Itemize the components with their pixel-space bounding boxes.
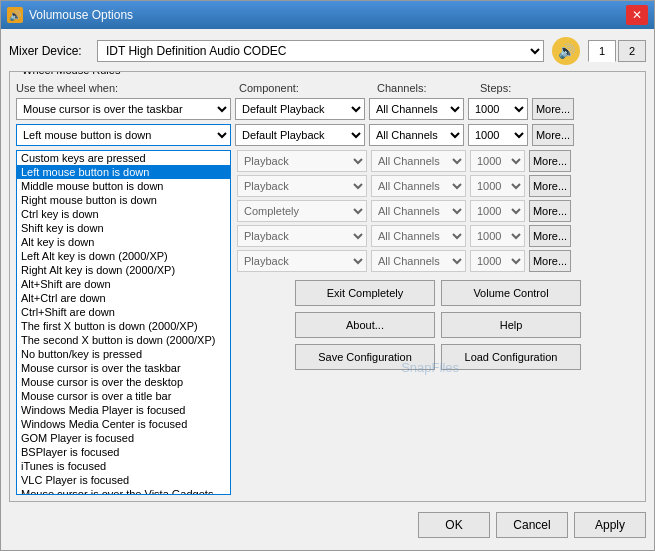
when-select-1[interactable]: Mouse cursor is over the taskbar xyxy=(16,98,231,120)
content-area: Mixer Device: IDT High Definition Audio … xyxy=(1,29,654,550)
dropdown-item-1[interactable]: Left mouse button is down xyxy=(17,165,230,179)
dropdown-item-18[interactable]: Windows Media Player is focused xyxy=(17,403,230,417)
tab-1-button[interactable]: 1 xyxy=(588,40,616,62)
rule-row-1: Mouse cursor is over the taskbar Default… xyxy=(16,98,639,120)
dropdown-item-16[interactable]: Mouse cursor is over the desktop xyxy=(17,375,230,389)
right-component-1[interactable]: Playback xyxy=(237,175,367,197)
dropdown-item-15[interactable]: Mouse cursor is over the taskbar xyxy=(17,361,230,375)
dropdown-item-24[interactable]: Mouse cursor is over the Vista Gadgets xyxy=(17,487,230,495)
dropdown-item-12[interactable]: The first X button is down (2000/XP) xyxy=(17,319,230,333)
app-icon: 🔊 xyxy=(7,7,23,23)
steps-select-2[interactable]: 1000 xyxy=(468,124,528,146)
dropdown-item-6[interactable]: Alt key is down xyxy=(17,235,230,249)
right-rule-row-3: Playback All Channels 1000 More... xyxy=(237,225,639,247)
dropdown-item-10[interactable]: Alt+Ctrl are down xyxy=(17,291,230,305)
right-channels-4[interactable]: All Channels xyxy=(371,250,466,272)
action-buttons: Exit Completely Volume Control About... … xyxy=(237,280,639,370)
channels-header: Channels: xyxy=(377,82,472,94)
dropdown-item-17[interactable]: Mouse cursor is over a title bar xyxy=(17,389,230,403)
right-steps-0[interactable]: 1000 xyxy=(470,150,525,172)
right-steps-3[interactable]: 1000 xyxy=(470,225,525,247)
right-more-2[interactable]: More... xyxy=(529,200,571,222)
about-button[interactable]: About... xyxy=(295,312,435,338)
tab-2-button[interactable]: 2 xyxy=(618,40,646,62)
right-more-4[interactable]: More... xyxy=(529,250,571,272)
title-bar-left: 🔊 Volumouse Options xyxy=(7,7,133,23)
right-component-2[interactable]: Completely xyxy=(237,200,367,222)
cancel-button[interactable]: Cancel xyxy=(496,512,568,538)
dropdown-item-4[interactable]: Ctrl key is down xyxy=(17,207,230,221)
dropdown-item-3[interactable]: Right mouse button is down xyxy=(17,193,230,207)
component-select-2[interactable]: Default Playback xyxy=(235,124,365,146)
load-config-button[interactable]: Load Configuration xyxy=(441,344,581,370)
dropdown-item-8[interactable]: Right Alt key is down (2000/XP) xyxy=(17,263,230,277)
dropdown-item-19[interactable]: Windows Media Center is focused xyxy=(17,417,230,431)
right-panel: Playback All Channels 1000 More... Playb… xyxy=(237,150,639,495)
steps-select-1[interactable]: 1000 xyxy=(468,98,528,120)
dropdown-item-23[interactable]: VLC Player is focused xyxy=(17,473,230,487)
component-header: Component: xyxy=(239,82,369,94)
when-dropdown-list[interactable]: Custom keys are pressedLeft mouse button… xyxy=(16,150,231,495)
bottom-buttons: OK Cancel Apply xyxy=(9,508,646,542)
wheel-rules-group: Wheel Mouse Rules Use the wheel when: Co… xyxy=(9,71,646,502)
dropdown-item-20[interactable]: GOM Player is focused xyxy=(17,431,230,445)
help-button[interactable]: Help xyxy=(441,312,581,338)
right-rule-row-1: Playback All Channels 1000 More... xyxy=(237,175,639,197)
right-steps-4[interactable]: 1000 xyxy=(470,250,525,272)
dropdown-item-11[interactable]: Ctrl+Shift are down xyxy=(17,305,230,319)
mixer-label: Mixer Device: xyxy=(9,44,89,58)
close-button[interactable]: ✕ xyxy=(626,5,648,25)
right-rule-row-2: Completely All Channels 1000 More... xyxy=(237,200,639,222)
steps-header: Steps: xyxy=(480,82,540,94)
right-component-4[interactable]: Playback xyxy=(237,250,367,272)
save-config-button[interactable]: Save Configuration xyxy=(295,344,435,370)
dropdown-item-14[interactable]: No button/key is pressed xyxy=(17,347,230,361)
right-steps-2[interactable]: 1000 xyxy=(470,200,525,222)
dropdown-item-13[interactable]: The second X button is down (2000/XP) xyxy=(17,333,230,347)
right-component-3[interactable]: Playback xyxy=(237,225,367,247)
dropdown-item-22[interactable]: iTunes is focused xyxy=(17,459,230,473)
right-more-1[interactable]: More... xyxy=(529,175,571,197)
dropdown-item-21[interactable]: BSPlayer is focused xyxy=(17,445,230,459)
window-title: Volumouse Options xyxy=(29,8,133,22)
wheel-rules-label: Wheel Mouse Rules xyxy=(18,71,124,76)
main-window: 🔊 Volumouse Options ✕ Mixer Device: IDT … xyxy=(0,0,655,551)
when-select-2[interactable]: Left mouse button is down xyxy=(16,124,231,146)
component-select-1[interactable]: Default Playback xyxy=(235,98,365,120)
dropdown-item-0[interactable]: Custom keys are pressed xyxy=(17,151,230,165)
apply-button[interactable]: Apply xyxy=(574,512,646,538)
channels-select-1[interactable]: All Channels xyxy=(369,98,464,120)
right-rows: Playback All Channels 1000 More... Playb… xyxy=(237,150,639,272)
title-bar: 🔊 Volumouse Options ✕ xyxy=(1,1,654,29)
right-channels-3[interactable]: All Channels xyxy=(371,225,466,247)
inner-content: Custom keys are pressedLeft mouse button… xyxy=(16,150,639,495)
right-steps-1[interactable]: 1000 xyxy=(470,175,525,197)
dropdown-item-5[interactable]: Shift key is down xyxy=(17,221,230,235)
tab-buttons: 1 2 xyxy=(588,40,646,62)
column-headers: Use the wheel when: Component: Channels:… xyxy=(16,82,639,94)
dropdown-item-9[interactable]: Alt+Shift are down xyxy=(17,277,230,291)
right-channels-2[interactable]: All Channels xyxy=(371,200,466,222)
mixer-icon: 🔊 xyxy=(552,37,580,65)
right-channels-1[interactable]: All Channels xyxy=(371,175,466,197)
use-wheel-header: Use the wheel when: xyxy=(16,82,231,94)
dropdown-item-2[interactable]: Middle mouse button is down xyxy=(17,179,230,193)
more-button-2[interactable]: More... xyxy=(532,124,574,146)
right-component-0[interactable]: Playback xyxy=(237,150,367,172)
action-row-1: Exit Completely Volume Control xyxy=(237,280,639,306)
mixer-row: Mixer Device: IDT High Definition Audio … xyxy=(9,37,646,65)
more-button-1[interactable]: More... xyxy=(532,98,574,120)
mixer-device-select[interactable]: IDT High Definition Audio CODEC xyxy=(97,40,544,62)
action-row-3: Save Configuration Load Configuration xyxy=(237,344,639,370)
right-more-3[interactable]: More... xyxy=(529,225,571,247)
right-rule-row-0: Playback All Channels 1000 More... xyxy=(237,150,639,172)
exit-completely-button[interactable]: Exit Completely xyxy=(295,280,435,306)
channels-select-2[interactable]: All Channels xyxy=(369,124,464,146)
right-channels-0[interactable]: All Channels xyxy=(371,150,466,172)
dropdown-item-7[interactable]: Left Alt key is down (2000/XP) xyxy=(17,249,230,263)
action-row-2: About... Help xyxy=(237,312,639,338)
rule-row-2: Left mouse button is down Default Playba… xyxy=(16,124,639,146)
ok-button[interactable]: OK xyxy=(418,512,490,538)
right-more-0[interactable]: More... xyxy=(529,150,571,172)
volume-control-button[interactable]: Volume Control xyxy=(441,280,581,306)
